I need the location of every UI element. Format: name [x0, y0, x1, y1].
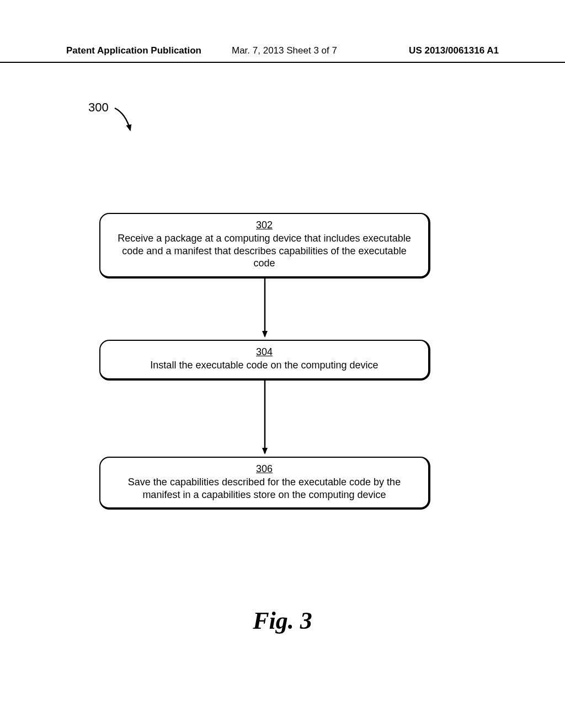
figure-label: Fig. 3	[0, 607, 565, 635]
step-number: 306	[113, 463, 416, 475]
step-text: Save the capabilities described for the …	[128, 477, 401, 500]
flow-step-302: 302 Receive a package at a computing dev…	[99, 213, 430, 279]
step-number: 302	[113, 220, 416, 231]
header-publication: Patent Application Publication	[66, 45, 201, 56]
step-text: Receive a package at a computing device …	[118, 233, 411, 269]
step-text: Install the executable code on the compu…	[150, 360, 378, 371]
figure-reference-number: 300	[88, 100, 109, 115]
flow-step-304: 304 Install the executable code on the c…	[99, 340, 430, 381]
step-number: 304	[113, 346, 416, 358]
patent-page: Patent Application Publication Mar. 7, 2…	[0, 0, 565, 728]
flow-step-306: 306 Save the capabilities described for …	[99, 457, 430, 510]
page-header: Patent Application Publication Mar. 7, 2…	[0, 45, 565, 63]
reference-pointer-arrow	[115, 108, 130, 130]
header-date-sheet: Mar. 7, 2013 Sheet 3 of 7	[232, 45, 337, 56]
header-pub-number: US 2013/0061316 A1	[409, 45, 499, 56]
